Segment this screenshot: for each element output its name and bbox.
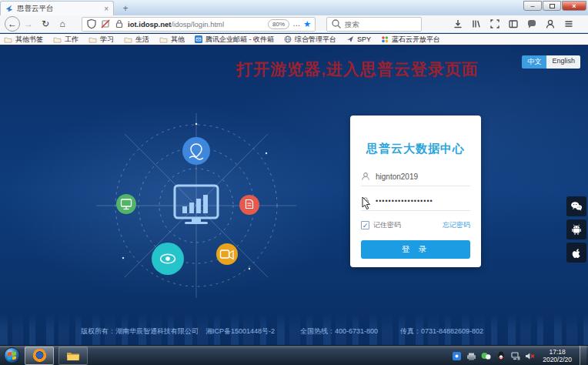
remember-label: 记住密码: [373, 220, 401, 230]
mail-icon: [195, 35, 202, 43]
sidebar-icon[interactable]: [508, 18, 519, 29]
url-bar[interactable]: iot.idosp.net/idosp/login.html 80% … ★: [82, 17, 316, 32]
search-box[interactable]: [326, 17, 422, 32]
android-icon: [571, 224, 582, 235]
dashboard-monitor-icon: [175, 186, 218, 224]
lang-chinese-button[interactable]: 中文: [522, 55, 546, 69]
blocked-plugin-icon[interactable]: [100, 18, 111, 29]
bookmark-label: 生活: [135, 35, 149, 45]
username-value[interactable]: hignton2019: [376, 172, 418, 181]
dart-icon: [346, 35, 354, 43]
eye-satellite-icon: [152, 243, 184, 275]
nav-toolbar: ← → ↻ ⌂ iot.idosp.net/idosp/login.html 8…: [0, 15, 588, 33]
copyright-text: 版权所有：湖南华辰智通科技有限公司 湘ICP备15001448号-2: [81, 326, 275, 337]
folder-icon: [89, 36, 97, 43]
bookmark-label: 其他: [171, 35, 185, 45]
bookmark-label: SPY: [357, 35, 371, 43]
wechat-button[interactable]: [566, 196, 586, 216]
tab-close-icon[interactable]: ×: [104, 5, 109, 13]
home-button[interactable]: ⌂: [54, 16, 71, 32]
apple-button[interactable]: [566, 243, 586, 263]
library-icon[interactable]: [471, 18, 482, 29]
toolbar-icons: [453, 18, 574, 29]
lang-english-button[interactable]: English: [546, 55, 580, 69]
user-icon: [361, 172, 370, 181]
explorer-folder-icon: [66, 350, 80, 361]
show-desktop-button[interactable]: [580, 346, 586, 365]
taskbar-firefox-button[interactable]: [25, 347, 54, 365]
tray-volume-muted-icon[interactable]: [525, 351, 535, 361]
bookmark-lanshi-cloud[interactable]: 蓝石云开放平台: [381, 35, 440, 45]
folder-icon: [4, 36, 12, 43]
bookmark-other-bookmarks[interactable]: 其他书签: [4, 35, 43, 45]
url-text[interactable]: iot.idosp.net/idosp/login.html: [128, 20, 265, 28]
clock-time: 17:18: [543, 348, 572, 356]
bookmark-label: 工作: [65, 35, 79, 45]
back-button[interactable]: ←: [5, 16, 20, 32]
forgot-password-link[interactable]: 忘记密码: [443, 220, 470, 230]
bookmark-spy[interactable]: SPY: [346, 35, 371, 43]
remember-password[interactable]: ✓ 记住密码: [361, 220, 401, 230]
bookmark-life[interactable]: 生活: [124, 35, 149, 45]
tray-qq-icon[interactable]: [496, 351, 506, 361]
bookmark-star-icon[interactable]: ★: [303, 19, 311, 29]
bookmark-label: 蓝石云开放平台: [392, 35, 440, 45]
system-tray: 17:18 2020/2/20: [452, 346, 588, 365]
location-satellite-icon: [182, 137, 210, 165]
titlebar: 思普云平台 × + – ×: [0, 0, 588, 15]
bookmark-label: 综合管理平台: [295, 35, 336, 45]
bookmark-misc[interactable]: 其他: [159, 35, 185, 45]
forward-button[interactable]: →: [20, 16, 37, 32]
tray-notifier-icon[interactable]: [452, 351, 462, 361]
hotline-text: 全国热线：400-6731-800: [300, 326, 378, 337]
folder-icon: [124, 36, 132, 43]
login-button[interactable]: 登 录: [361, 240, 470, 259]
search-input[interactable]: [345, 20, 406, 28]
start-button[interactable]: [4, 347, 20, 363]
feature-ring-diagram: [91, 113, 302, 301]
username-field[interactable]: hignton2019: [361, 172, 470, 186]
restore-button[interactable]: [543, 1, 561, 11]
login-options: ✓ 记住密码 忘记密码: [361, 220, 470, 230]
fax-text: 传真：0731-84882609-802: [400, 326, 483, 337]
language-toggle: 中文 English: [522, 55, 580, 69]
remember-checkbox[interactable]: ✓: [361, 221, 369, 229]
bookmark-label: 其他书签: [15, 35, 43, 45]
document-satellite-icon: [239, 195, 259, 215]
menu-hamburger-icon[interactable]: [563, 18, 574, 29]
android-button[interactable]: [566, 219, 586, 239]
bookmark-study[interactable]: 学习: [89, 35, 114, 45]
taskbar: 17:18 2020/2/20: [0, 345, 588, 365]
tracking-protection-icon[interactable]: [86, 18, 97, 29]
restore-icon: [550, 4, 555, 8]
password-field[interactable]: ••••••••••••••••••: [361, 196, 470, 211]
download-icon[interactable]: [453, 18, 463, 29]
password-value[interactable]: ••••••••••••••••••: [376, 197, 433, 205]
bookmark-label: 学习: [100, 35, 114, 45]
mouse-cursor: [362, 197, 372, 211]
taskbar-explorer-button[interactable]: [58, 347, 88, 365]
account-icon[interactable]: [545, 18, 556, 29]
url-path: /idosp/login.html: [171, 20, 224, 28]
reload-button[interactable]: ↻: [37, 16, 54, 32]
tray-network-icon[interactable]: [510, 351, 520, 361]
new-tab-button[interactable]: +: [117, 2, 134, 15]
site-identity-lock-icon[interactable]: [114, 18, 125, 29]
tray-wechat-icon[interactable]: [481, 351, 491, 361]
screenshot-icon[interactable]: [489, 18, 500, 29]
zoom-level-badge[interactable]: 80%: [268, 19, 289, 29]
tab-title: 思普云平台: [17, 4, 100, 14]
messenger-bubble-icon[interactable]: [526, 18, 537, 29]
close-button[interactable]: ×: [562, 1, 586, 11]
tray-device-icon[interactable]: [466, 351, 476, 361]
browser-tab[interactable]: 思普云平台 ×: [0, 1, 114, 15]
minimize-button[interactable]: –: [523, 1, 542, 11]
search-icon: [331, 18, 342, 29]
login-page: 打开游览器,进入思普云登录页面 中文 English: [0, 45, 588, 345]
bookmark-work[interactable]: 工作: [53, 35, 79, 45]
bookmark-management-platform[interactable]: 综合管理平台: [284, 35, 336, 45]
page-actions-icon[interactable]: …: [292, 22, 300, 26]
taskbar-clock[interactable]: 17:18 2020/2/20: [543, 348, 572, 363]
url-domain: iot.idosp.net: [128, 20, 171, 28]
bookmark-tencent-mail[interactable]: 腾讯企业邮箱 - 收件箱: [195, 35, 274, 45]
